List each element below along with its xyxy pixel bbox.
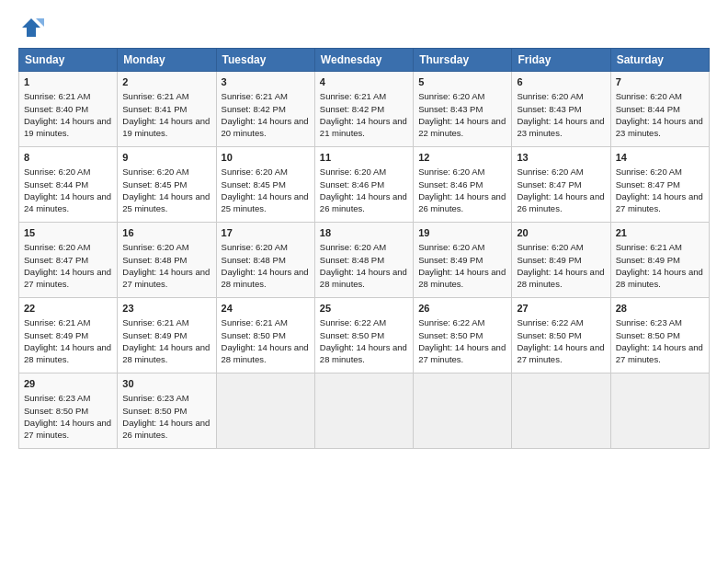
daylight-label: Daylight: 14 hours and 28 minutes. (320, 342, 407, 364)
day-number: 30 (122, 377, 210, 391)
sunrise-label: Sunrise: 6:20 AM (418, 91, 484, 101)
day-number: 10 (222, 151, 310, 165)
daylight-label: Daylight: 14 hours and 28 minutes. (320, 267, 407, 289)
sunrise-label: Sunrise: 6:22 AM (320, 317, 386, 327)
day-number: 7 (616, 75, 704, 89)
sunset-label: Sunset: 8:45 PM (222, 179, 286, 190)
sunrise-label: Sunrise: 6:20 AM (24, 167, 90, 177)
sunset-label: Sunset: 8:50 PM (517, 330, 581, 340)
calendar-body: 1 Sunrise: 6:21 AM Sunset: 8:40 PM Dayli… (19, 72, 710, 449)
calendar-day-header: Sunday (19, 49, 118, 72)
daylight-label: Daylight: 14 hours and 24 minutes. (24, 191, 111, 213)
calendar-day-cell: 3 Sunrise: 6:21 AM Sunset: 8:42 PM Dayli… (216, 72, 314, 147)
sunset-label: Sunset: 8:43 PM (517, 104, 581, 114)
daylight-label: Daylight: 14 hours and 26 minutes. (418, 191, 506, 213)
sunrise-label: Sunrise: 6:23 AM (24, 393, 90, 403)
logo-icon (18, 15, 44, 40)
calendar-day-cell: 22 Sunrise: 6:21 AM Sunset: 8:49 PM Dayl… (19, 298, 118, 373)
calendar-day-cell: 26 Sunrise: 6:22 AM Sunset: 8:50 PM Dayl… (414, 298, 512, 373)
sunset-label: Sunset: 8:49 PM (616, 255, 680, 265)
sunrise-label: Sunrise: 6:21 AM (122, 91, 188, 101)
sunrise-label: Sunrise: 6:21 AM (222, 91, 288, 101)
sunset-label: Sunset: 8:43 PM (418, 104, 483, 114)
daylight-label: Daylight: 14 hours and 27 minutes. (418, 342, 506, 364)
day-number: 6 (517, 75, 605, 89)
calendar-day-cell (414, 373, 512, 449)
calendar-day-cell: 17 Sunrise: 6:20 AM Sunset: 8:48 PM Dayl… (216, 223, 314, 298)
daylight-label: Daylight: 14 hours and 28 minutes. (222, 267, 309, 289)
sunset-label: Sunset: 8:50 PM (616, 330, 680, 340)
calendar-day-cell: 16 Sunrise: 6:20 AM Sunset: 8:48 PM Dayl… (118, 223, 216, 298)
sunrise-label: Sunrise: 6:20 AM (517, 242, 583, 252)
daylight-label: Daylight: 14 hours and 21 minutes. (320, 116, 407, 138)
day-number: 15 (24, 226, 112, 240)
calendar-header-row: SundayMondayTuesdayWednesdayThursdayFrid… (19, 49, 710, 72)
daylight-label: Daylight: 14 hours and 28 minutes. (222, 342, 309, 364)
calendar-day-header: Thursday (414, 49, 512, 72)
daylight-label: Daylight: 14 hours and 19 minutes. (122, 116, 210, 138)
sunrise-label: Sunrise: 6:20 AM (418, 242, 484, 252)
daylight-label: Daylight: 14 hours and 26 minutes. (122, 418, 210, 440)
calendar-day-cell: 21 Sunrise: 6:21 AM Sunset: 8:49 PM Dayl… (610, 223, 709, 298)
sunrise-label: Sunrise: 6:20 AM (24, 242, 90, 252)
day-number: 13 (517, 151, 605, 165)
sunrise-label: Sunrise: 6:20 AM (616, 167, 682, 177)
sunset-label: Sunset: 8:42 PM (320, 104, 384, 114)
sunset-label: Sunset: 8:49 PM (24, 330, 88, 340)
daylight-label: Daylight: 14 hours and 28 minutes. (24, 342, 111, 364)
daylight-label: Daylight: 14 hours and 28 minutes. (418, 267, 506, 289)
sunrise-label: Sunrise: 6:20 AM (320, 167, 386, 177)
calendar-day-cell: 19 Sunrise: 6:20 AM Sunset: 8:49 PM Dayl… (414, 223, 512, 298)
calendar-table: SundayMondayTuesdayWednesdayThursdayFrid… (18, 48, 710, 449)
day-number: 23 (122, 302, 210, 316)
calendar-day-cell: 13 Sunrise: 6:20 AM Sunset: 8:47 PM Dayl… (512, 147, 610, 223)
day-number: 1 (24, 75, 112, 89)
daylight-label: Daylight: 14 hours and 25 minutes. (122, 191, 210, 213)
logo (18, 15, 48, 40)
calendar-day-cell: 20 Sunrise: 6:20 AM Sunset: 8:49 PM Dayl… (512, 223, 610, 298)
calendar-day-cell: 15 Sunrise: 6:20 AM Sunset: 8:47 PM Dayl… (19, 223, 118, 298)
sunset-label: Sunset: 8:47 PM (24, 255, 88, 265)
sunset-label: Sunset: 8:50 PM (222, 330, 286, 340)
day-number: 3 (222, 75, 310, 89)
calendar-day-cell: 27 Sunrise: 6:22 AM Sunset: 8:50 PM Dayl… (512, 298, 610, 373)
sunrise-label: Sunrise: 6:21 AM (24, 317, 90, 327)
sunrise-label: Sunrise: 6:21 AM (24, 91, 90, 101)
calendar-week-row: 15 Sunrise: 6:20 AM Sunset: 8:47 PM Dayl… (19, 223, 710, 298)
day-number: 29 (24, 377, 112, 391)
calendar-day-cell: 11 Sunrise: 6:20 AM Sunset: 8:46 PM Dayl… (314, 147, 413, 223)
calendar-week-row: 8 Sunrise: 6:20 AM Sunset: 8:44 PM Dayli… (19, 147, 710, 223)
daylight-label: Daylight: 14 hours and 27 minutes. (517, 342, 604, 364)
sunrise-label: Sunrise: 6:20 AM (517, 91, 583, 101)
sunset-label: Sunset: 8:49 PM (122, 330, 187, 340)
sunrise-label: Sunrise: 6:21 AM (320, 91, 386, 101)
calendar-day-cell (610, 373, 709, 449)
calendar-day-cell (216, 373, 314, 449)
daylight-label: Daylight: 14 hours and 27 minutes. (24, 418, 111, 440)
daylight-label: Daylight: 14 hours and 25 minutes. (222, 191, 309, 213)
sunrise-label: Sunrise: 6:21 AM (122, 317, 188, 327)
calendar-day-cell: 8 Sunrise: 6:20 AM Sunset: 8:44 PM Dayli… (19, 147, 118, 223)
daylight-label: Daylight: 14 hours and 27 minutes. (24, 267, 111, 289)
sunset-label: Sunset: 8:47 PM (616, 179, 680, 190)
day-number: 9 (122, 151, 210, 165)
sunrise-label: Sunrise: 6:20 AM (320, 242, 386, 252)
calendar-day-cell: 4 Sunrise: 6:21 AM Sunset: 8:42 PM Dayli… (314, 72, 413, 147)
calendar-day-cell: 29 Sunrise: 6:23 AM Sunset: 8:50 PM Dayl… (19, 373, 118, 449)
header (18, 15, 710, 40)
calendar-day-cell: 14 Sunrise: 6:20 AM Sunset: 8:47 PM Dayl… (610, 147, 709, 223)
calendar-day-cell: 9 Sunrise: 6:20 AM Sunset: 8:45 PM Dayli… (118, 147, 216, 223)
sunset-label: Sunset: 8:48 PM (122, 255, 187, 265)
day-number: 22 (24, 302, 112, 316)
day-number: 20 (517, 226, 605, 240)
sunset-label: Sunset: 8:49 PM (418, 255, 483, 265)
daylight-label: Daylight: 14 hours and 27 minutes. (616, 342, 703, 364)
calendar-day-cell (512, 373, 610, 449)
day-number: 17 (222, 226, 310, 240)
daylight-label: Daylight: 14 hours and 28 minutes. (616, 267, 703, 289)
sunrise-label: Sunrise: 6:23 AM (122, 393, 188, 403)
daylight-label: Daylight: 14 hours and 23 minutes. (517, 116, 604, 138)
daylight-label: Daylight: 14 hours and 28 minutes. (517, 267, 604, 289)
sunset-label: Sunset: 8:47 PM (517, 179, 581, 190)
calendar-day-cell (314, 373, 413, 449)
